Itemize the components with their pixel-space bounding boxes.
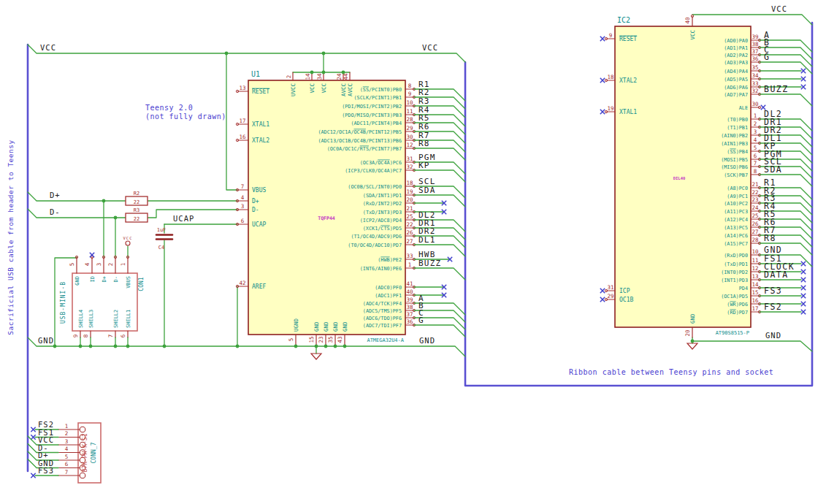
- pin-number: 10: [752, 248, 759, 255]
- component-value: B7K-PH-K-S1: [82, 433, 88, 472]
- pin-name: SHELL2: [113, 310, 119, 328]
- pin-number: 36: [406, 318, 413, 325]
- pin-name: (TxD)PD1: [724, 261, 748, 267]
- pin-name: XTAL2: [252, 137, 269, 144]
- pin-name: (ADC5/TMS)PF5: [363, 308, 402, 314]
- pin-number: 13: [239, 85, 245, 91]
- no-connect-icon: [600, 78, 605, 83]
- pin-name: AVCC: [340, 83, 347, 96]
- pin-name: GND: [313, 321, 320, 332]
- pin-number: 29: [607, 293, 613, 299]
- pin-name: OC1B: [619, 297, 633, 303]
- pin-name: (PDO/MISO/PCINT3)PB3: [342, 112, 402, 118]
- pin-name: ALE: [739, 105, 748, 111]
- gnd-left: GND: [38, 336, 54, 345]
- pin-name: (A12)PC4: [724, 217, 748, 223]
- pin-name: XTAL1: [619, 109, 637, 115]
- net-label: BUZZ: [418, 259, 441, 268]
- pin-number: 44: [343, 73, 349, 80]
- pin-number: 15: [308, 336, 315, 343]
- pin-name: D-: [252, 207, 259, 213]
- pin-number: 11: [752, 257, 758, 264]
- junction-dot: [324, 345, 328, 348]
- pin-number: 27: [406, 238, 413, 245]
- part-number: ATMEGA32U4-A: [367, 337, 404, 343]
- pin-name: (RxD)PD0: [724, 253, 748, 259]
- net-label: SDA: [418, 186, 435, 195]
- component-ref: CON1: [138, 277, 145, 291]
- gnd-ic2: GND: [765, 331, 781, 340]
- pin-name: (RxD/INT2)PD2: [363, 201, 402, 207]
- pin-number: 17: [239, 118, 245, 124]
- no-connect-icon: [801, 286, 806, 290]
- pin-number: 42: [239, 280, 245, 286]
- junction-dot: [294, 345, 298, 348]
- pin-number: 18: [406, 180, 413, 186]
- pin-number: 8: [754, 168, 757, 175]
- pin-number: 24: [336, 73, 343, 80]
- pin-name: UGND: [293, 318, 299, 332]
- pin-name: D+: [252, 198, 259, 205]
- pin-number: 6: [65, 461, 69, 467]
- pin-name: (OC0A/OC1C/RTS/PCINT7)PB7: [327, 146, 402, 152]
- pin-name: GND: [323, 321, 329, 332]
- pin-number: 23: [752, 196, 758, 203]
- pin-number: 21: [752, 181, 758, 188]
- pin-name: GND: [342, 321, 348, 332]
- wire: [414, 195, 465, 207]
- junction-dot: [114, 345, 118, 348]
- pin-number: 37: [752, 48, 758, 55]
- net-label: KP: [418, 161, 430, 170]
- pin-name: (T0)PB0: [727, 117, 748, 123]
- pin-number: 5: [754, 145, 757, 151]
- pin-number: 43: [337, 336, 343, 343]
- pin-number: 33: [752, 80, 758, 87]
- pin-number: 5: [65, 454, 69, 460]
- pin-name: (SS)PB4: [727, 149, 748, 155]
- net-label: DATA: [764, 270, 789, 280]
- pin-name: (OC3A/OC4A)PC6: [360, 160, 402, 166]
- pin-name: VCC: [309, 83, 316, 93]
- net-label: SDA: [764, 164, 782, 175]
- pin-number: 7: [107, 335, 114, 338]
- pin-number: 19: [406, 188, 413, 195]
- pin-name: VCC: [321, 83, 327, 93]
- junction-dot: [163, 345, 167, 348]
- pin-number: 21: [406, 205, 413, 212]
- pin-number: 13: [752, 273, 758, 280]
- pin-number: 30: [752, 101, 759, 107]
- component-value: 1uF: [157, 227, 167, 233]
- pin-name: (AD5)PA5: [724, 77, 748, 83]
- pin-number: 30: [406, 134, 413, 140]
- pin-number: 17: [752, 305, 758, 312]
- pin-name: (MISO)PB6: [721, 164, 748, 170]
- gnd-symbol-icon: [687, 343, 697, 349]
- component-ref: C4: [158, 245, 164, 251]
- pin-name: VBUS: [252, 187, 266, 194]
- pin-number: 39: [752, 34, 758, 40]
- pin-name: (A9)PC1: [727, 194, 748, 199]
- pin-number: 19: [607, 105, 613, 112]
- gnd-right: GND: [419, 336, 435, 345]
- pin-number: 34: [316, 73, 323, 80]
- pin-name: AREF: [252, 283, 266, 290]
- wire: [28, 209, 126, 218]
- pin-number: 25: [752, 213, 758, 219]
- gnd-symbol-icon: [311, 354, 321, 359]
- pin-name: (AD3)PA3: [724, 60, 748, 66]
- component-value: DIL40: [673, 176, 686, 180]
- pin-name: (ADC11/PCINT4)PB4: [351, 121, 402, 126]
- net-label: R8: [764, 233, 776, 243]
- no-connect-icon: [801, 278, 806, 282]
- pin-number: 20: [406, 196, 413, 203]
- component-ref: IC2: [617, 16, 630, 24]
- pin-number: 3: [96, 263, 102, 267]
- wire: [28, 192, 126, 201]
- net-label: FS2: [764, 302, 782, 312]
- pin-name: (SDA/INT1)PD1: [363, 193, 402, 199]
- dminus-left: D-: [50, 207, 61, 216]
- vcc-left: VCC: [40, 43, 56, 52]
- pin-name: (AD6)PA6: [724, 85, 748, 91]
- pin-number: 6: [120, 334, 126, 337]
- sacrificial-usb-note: Sacrificial USB cable from header to Tee…: [7, 140, 15, 335]
